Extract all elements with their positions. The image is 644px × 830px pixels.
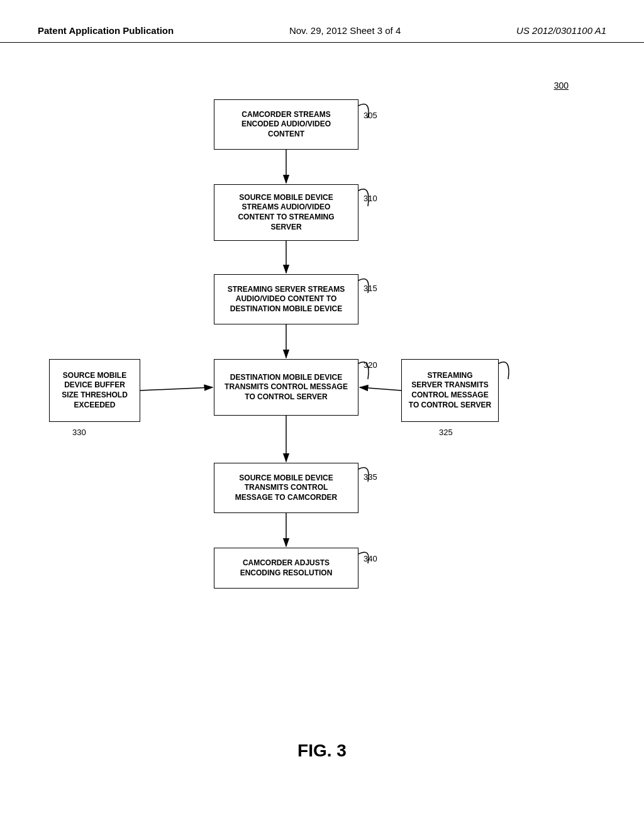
box-340: CAMCORDER ADJUSTS ENCODING RESOLUTION [214, 548, 358, 589]
header-center: Nov. 29, 2012 Sheet 3 of 4 [289, 25, 401, 36]
diagram-area: 300 CAMCORDER STREAMS ENCODED AUDIO/VIDE… [0, 43, 644, 734]
step-label-340: 340 [364, 554, 377, 563]
box-325: STREAMING SERVER TRANSMITS CONTROL MESSA… [401, 359, 499, 422]
header-left: Patent Application Publication [38, 25, 174, 36]
page-header: Patent Application Publication Nov. 29, … [0, 0, 644, 43]
step-label-330: 330 [72, 428, 86, 437]
step-label-310: 310 [364, 194, 377, 203]
box-305: CAMCORDER STREAMS ENCODED AUDIO/VIDEO CO… [214, 99, 358, 150]
box-315: STREAMING SERVER STREAMS AUDIO/VIDEO CON… [214, 274, 358, 324]
step-label-325: 325 [439, 428, 453, 437]
diagram-label-300: 300 [554, 80, 569, 91]
figure-caption: FIG. 3 [0, 741, 644, 773]
box-310: SOURCE MOBILE DEVICE STREAMS AUDIO/VIDEO… [214, 184, 358, 241]
box-335: SOURCE MOBILE DEVICE TRANSMITS CONTROL M… [214, 463, 358, 513]
box-330: SOURCE MOBILE DEVICE BUFFER SIZE THRESHO… [49, 359, 140, 422]
header-right: US 2012/0301100 A1 [516, 25, 606, 36]
svg-line-5 [140, 387, 213, 390]
step-label-335: 335 [364, 472, 377, 482]
svg-line-6 [360, 387, 401, 390]
step-label-315: 315 [364, 284, 377, 293]
box-320: DESTINATION MOBILE DEVICE TRANSMITS CONT… [214, 359, 358, 416]
step-label-305: 305 [364, 111, 377, 120]
step-label-320: 320 [364, 360, 377, 370]
